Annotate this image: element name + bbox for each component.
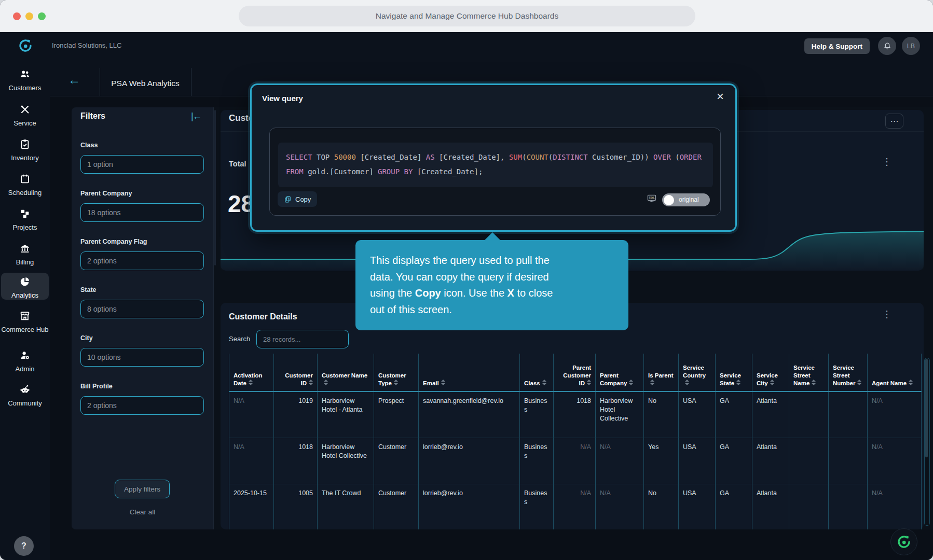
table-row[interactable]: 2025-10-151005The IT CrowdCustomerlorrie… [229,484,922,529]
column-header-service-state[interactable]: Service State [716,354,752,391]
sort-icon[interactable] [629,380,633,385]
column-header-class[interactable]: Class [520,354,554,391]
filter-select-city[interactable] [80,348,204,367]
search-input[interactable] [256,330,349,348]
sort-icon[interactable] [685,380,689,385]
table-cell: Customer [374,484,419,529]
app-logo-icon[interactable] [18,38,33,53]
admin-icon [19,349,31,363]
sort-icon[interactable] [249,380,253,385]
copy-button[interactable]: Copy [278,191,317,207]
sidebar-item-billing[interactable]: Billing [1,240,49,267]
walkthrough-fab-button[interactable] [890,528,917,555]
avatar[interactable]: LB [902,37,920,55]
toggle-knob[interactable] [664,195,674,205]
filter-label-bill-profile: Bill Profile [80,383,113,390]
filter-select-state[interactable] [80,300,204,318]
collapse-filters-icon[interactable]: |← [191,111,201,122]
column-header-service-street-name[interactable]: Service Street Name [789,354,829,391]
sort-icon[interactable] [324,380,328,385]
maximize-window-button[interactable] [38,12,46,20]
titlebar: Navigate and Manage Commerce Hub Dashboa… [0,0,933,32]
sidebar-item-service[interactable]: Service [1,101,49,128]
sort-icon[interactable] [309,380,313,385]
column-header-email[interactable]: Email [419,354,520,391]
sort-icon[interactable] [909,380,913,385]
table-cell: N/A [596,438,644,484]
table-cell: lorrieb@rev.io [419,484,520,529]
close-window-button[interactable] [13,12,21,20]
filters-scrollbar[interactable] [214,110,216,265]
sidebar-item-analytics[interactable]: Analytics [1,273,49,300]
help-fab-button[interactable]: ? [14,536,34,556]
details-menu-icon[interactable]: ⋮ [882,310,891,319]
notifications-button[interactable] [878,37,896,55]
view-query-modal: View query × SELECT TOP 50000 [Created_D… [250,83,737,232]
column-header-service-country[interactable]: Service Country [679,354,716,391]
help-support-button[interactable]: Help & Support [804,38,870,54]
sort-icon[interactable] [394,380,398,385]
sidebar-item-customers[interactable]: Customers [1,65,49,92]
table-cell: No [644,392,679,438]
calendar-icon [19,173,31,187]
original-toggle[interactable]: original [662,193,710,206]
filter-select-parent-company[interactable] [80,203,204,222]
filter-label-parent-company-flag: Parent Company Flag [80,238,147,245]
sort-icon[interactable] [770,380,774,385]
column-header-service-street-number[interactable]: Service Street Number [829,354,868,391]
sidebar-item-inventory[interactable]: Inventory [1,135,49,162]
sort-icon[interactable] [441,380,445,385]
table-cell: 1019 [274,392,318,438]
clear-all-link[interactable]: Clear all [72,508,213,516]
tab-psa-web-analytics[interactable]: PSA Web Analytics [100,79,191,88]
table-row[interactable]: N/A1018Harborview Hotel CollectiveCustom… [229,438,922,484]
column-header-service-city[interactable]: Service City [752,354,789,391]
apply-filters-button[interactable]: Apply filters [115,480,170,498]
column-header-customer-type[interactable]: Customer Type [374,354,419,391]
column-header-activation-date[interactable]: Activation Date [229,354,274,391]
table-cell: Harborview Hotel Collective [318,438,374,484]
table-header-row: Activation DateCustomer IDCustomer NameC… [229,354,922,392]
filter-select-class[interactable] [80,155,204,174]
dashboard-more-button[interactable]: ⋯ [885,114,903,129]
close-icon[interactable]: × [717,90,724,103]
table-cell: 1018 [274,438,318,484]
filter-label-city: City [80,334,93,342]
metric-menu-icon[interactable]: ⋮ [882,157,891,166]
minimize-window-button[interactable] [25,12,33,20]
sidebar-item-scheduling[interactable]: Scheduling [1,170,49,197]
column-header-agent-name[interactable]: Agent Name [868,354,922,391]
table-cell: 1018 [554,392,596,438]
table-scrollbar-thumb[interactable] [925,359,928,457]
table-cell: N/A [229,392,274,438]
table-cell: Harborview Hotel - Atlanta [318,392,374,438]
sort-icon[interactable] [857,380,861,385]
pie-chart-icon [19,276,31,289]
app-header [0,32,933,59]
column-header-parent-company[interactable]: Parent Company [596,354,644,391]
table-cell: The IT Crowd [318,484,374,529]
filter-select-parent-company-flag[interactable] [80,251,204,270]
sort-icon[interactable] [587,380,591,385]
column-header-is-parent[interactable]: Is Parent [644,354,679,391]
filter-select-bill-profile[interactable] [80,396,204,415]
table-cell [829,392,868,438]
sidebar-item-community[interactable]: Community [1,381,49,408]
sort-icon[interactable] [736,380,740,385]
sort-icon[interactable] [650,380,654,385]
company-name: Ironclad Solutions, LLC [52,41,121,49]
column-header-parent-customer-id[interactable]: Parent Customer ID [554,354,596,391]
sort-icon[interactable] [812,380,816,385]
column-header-customer-id[interactable]: Customer ID [274,354,318,391]
sidebar-item-commerce-hub[interactable]: Commerce Hub [1,307,49,334]
back-button[interactable]: ← [68,74,80,86]
sidebar-item-label: Service [13,119,36,128]
column-header-customer-name[interactable]: Customer Name [318,354,374,391]
table-scrollbar[interactable] [924,358,930,526]
sidebar-item-admin[interactable]: Admin [1,346,49,373]
sidebar-item-projects[interactable]: Projects [1,205,49,232]
table-cell [789,484,829,529]
metric-title: Total [229,160,246,168]
sort-icon[interactable] [542,380,546,385]
table-row[interactable]: N/A1019Harborview Hotel - AtlantaProspec… [229,392,922,438]
